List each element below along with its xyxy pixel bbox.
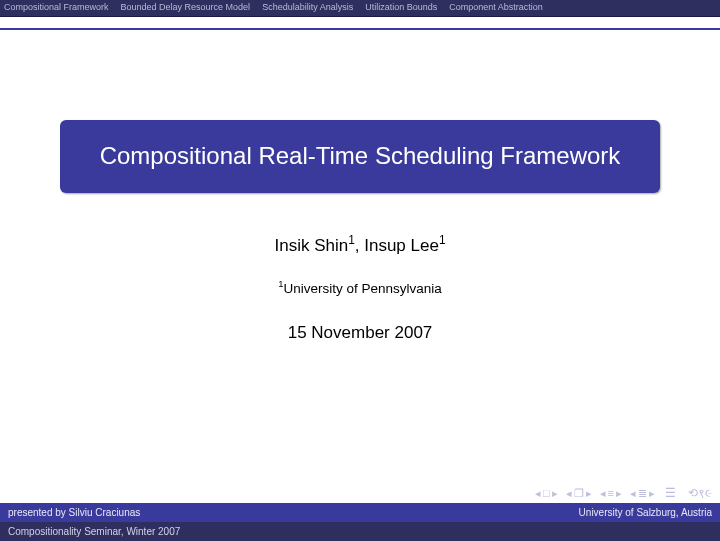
footer-seminar: Compositionality Seminar, Winter 2007 [8,526,180,537]
frame-icon: ❐ [573,487,585,500]
nav-slide-group: ◂ □ ▸ [534,487,559,500]
next-slide-icon[interactable]: ▸ [551,487,559,500]
affiliation-line: 1University of Pennsylvania [278,278,442,296]
title-box: Compositional Real-Time Scheduling Frame… [60,120,660,193]
prev-subsection-icon[interactable]: ◂ [599,487,607,500]
author-separator: , [355,236,364,255]
slide-icon: □ [542,487,551,499]
footer-primary: presented by Silviu Craciunas University… [0,503,720,522]
nav-item-component-abstraction[interactable]: Component Abstraction [449,2,543,12]
prev-section-icon[interactable]: ◂ [629,487,637,500]
nav-item-schedulability[interactable]: Schedulability Analysis [262,2,353,12]
nav-item-utilization-bounds[interactable]: Utilization Bounds [365,2,437,12]
footer-secondary: Compositionality Seminar, Winter 2007 [0,522,720,541]
nav-frame-group: ◂ ❐ ▸ [565,487,593,500]
affiliation-text: University of Pennsylvania [283,280,441,295]
beamer-nav-controls: ◂ □ ▸ ◂ ❐ ▸ ◂ ≡ ▸ ◂ ≣ ▸ ☰ ⟲९૯ [0,484,720,503]
next-section-icon[interactable]: ▸ [648,487,656,500]
footer-presenter: presented by Silviu Craciunas [8,507,140,518]
nav-subsection-group: ◂ ≡ ▸ [599,487,623,500]
nav-item-bounded-delay[interactable]: Bounded Delay Resource Model [121,2,251,12]
section-nav-bar: Compositional Framework Bounded Delay Re… [0,0,720,17]
nav-item-compositional-framework[interactable]: Compositional Framework [4,2,109,12]
next-subsection-icon[interactable]: ▸ [615,487,623,500]
slide-body: Compositional Real-Time Scheduling Frame… [0,30,720,484]
author-1-affil-sup: 1 [348,233,355,247]
subsection-icon: ≡ [607,487,615,499]
author-2-affil-sup: 1 [439,233,446,247]
date-line: 15 November 2007 [288,323,433,343]
author-1-name: Insik Shin [274,236,348,255]
footer-institution: University of Salzburg, Austria [579,507,712,518]
prev-slide-icon[interactable]: ◂ [534,487,542,500]
slide-title: Compositional Real-Time Scheduling Frame… [100,142,621,169]
nav-undo-icon[interactable]: ⟲९૯ [685,486,712,500]
prev-frame-icon[interactable]: ◂ [565,487,573,500]
section-icon: ≣ [637,487,648,500]
authors-line: Insik Shin1, Insup Lee1 [274,233,445,256]
next-frame-icon[interactable]: ▸ [585,487,593,500]
author-2-name: Insup Lee [364,236,439,255]
nav-section-group: ◂ ≣ ▸ [629,487,656,500]
nav-back-forward-icon[interactable]: ☰ [662,486,679,500]
